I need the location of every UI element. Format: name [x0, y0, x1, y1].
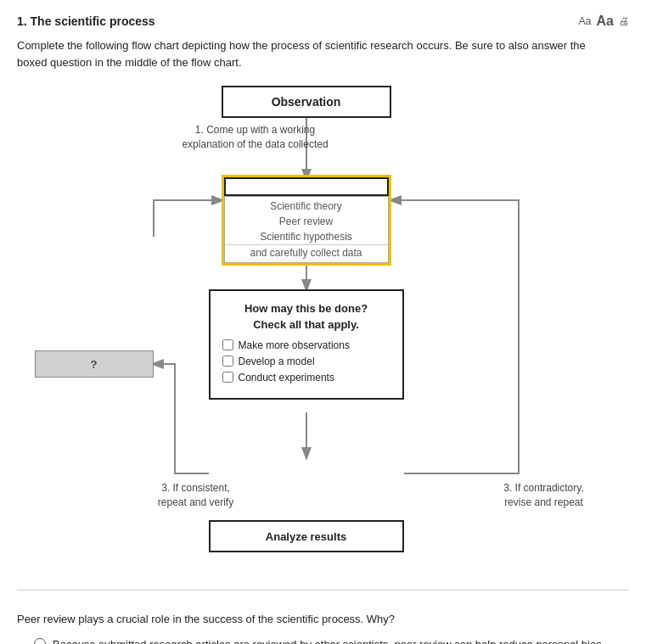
radio-option-1[interactable]: Because submitted research articles are … — [34, 636, 629, 645]
option-collect-data[interactable]: and carefully collect data — [225, 245, 388, 260]
step3-left-label: 3. If consistent,repeat and verify — [141, 481, 251, 510]
font-controls: Aa Aa 🖨 — [579, 14, 629, 29]
step1-label: 1. Come up with a workingexplanation of … — [171, 123, 340, 152]
checkbox-label-3: Conduct experiments — [239, 372, 334, 384]
checkbox-experiments[interactable] — [222, 372, 233, 383]
section-divider — [17, 590, 629, 591]
analyze-label: Analyze results — [266, 530, 346, 543]
checkbox-label-2: Develop a model — [239, 356, 315, 367]
analyze-box: Analyze results — [209, 520, 404, 552]
observation-label: Observation — [272, 95, 341, 109]
observation-box: Observation — [222, 86, 391, 118]
option-peer-review[interactable]: Peer review — [225, 214, 388, 229]
page-title: 1. The scientific process — [17, 14, 155, 28]
checkbox-observations[interactable] — [222, 339, 233, 350]
checkbox-row-1[interactable]: Make more observations — [222, 339, 350, 351]
checkbox-label-1: Make more observations — [239, 339, 350, 351]
font-small-button[interactable]: Aa — [579, 15, 592, 27]
step1-text: 1. Come up with a workingexplanation of … — [182, 124, 328, 150]
option-scientific-hypothesis[interactable]: Scientific hypothesis — [225, 229, 388, 245]
instructions-text: Complete the following flow chart depict… — [17, 37, 594, 70]
howdone-title: How may this be done?Check all that appl… — [222, 301, 390, 332]
print-icon[interactable]: 🖨 — [619, 15, 629, 27]
option1-text: Because submitted research articles are … — [53, 636, 604, 645]
question-box[interactable]: ? — [35, 350, 154, 378]
radio-circle-1[interactable] — [34, 638, 46, 645]
hypothesis-box[interactable]: Scientific theory Peer review Scientific… — [222, 175, 391, 266]
checkbox-row-2[interactable]: Develop a model — [222, 356, 315, 367]
font-large-button[interactable]: Aa — [597, 14, 614, 29]
hypothesis-input[interactable] — [224, 177, 389, 196]
checkbox-model[interactable] — [222, 356, 233, 367]
header-row: 1. The scientific process Aa Aa 🖨 — [17, 14, 629, 29]
flowchart: Observation 1. Come up with a workingexp… — [18, 86, 629, 578]
option-scientific-theory[interactable]: Scientific theory — [225, 199, 388, 214]
hypothesis-dropdown[interactable]: Scientific theory Peer review Scientific… — [224, 196, 389, 263]
step3-right-label: 3. If contradictory,revise and repeat — [485, 481, 604, 510]
bottom-question: Peer review plays a crucial role in the … — [17, 611, 629, 628]
bottom-section: Peer review plays a crucial role in the … — [17, 611, 629, 644]
question-label: ? — [91, 358, 98, 371]
checkbox-row-3[interactable]: Conduct experiments — [222, 372, 334, 384]
howdone-box: How may this be done?Check all that appl… — [209, 289, 404, 400]
